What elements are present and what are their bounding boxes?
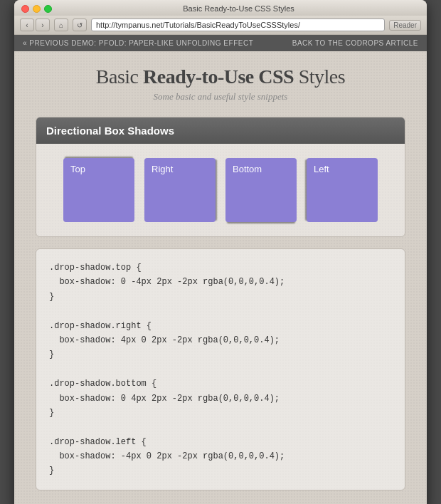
shadow-box-right: Right: [144, 158, 216, 222]
home-button[interactable]: ⌂: [54, 19, 68, 31]
browser-titlebar: Basic Ready-to-Use CSS Styles: [14, 0, 427, 16]
shadow-box-top: Top: [63, 158, 134, 222]
minimize-button[interactable]: [33, 5, 41, 13]
shadow-box-right-label: Right: [152, 164, 173, 174]
shadow-box-left: Left: [307, 158, 378, 222]
close-button[interactable]: [21, 5, 29, 13]
code-card: .drop-shadow.top { box-shadow: 0 -4px 2p…: [36, 248, 405, 490]
traffic-lights: [21, 5, 52, 13]
code-block: .drop-shadow.top { box-shadow: 0 -4px 2p…: [49, 261, 392, 478]
shadow-box-bottom-label: Bottom: [233, 164, 262, 174]
page-content: Basic Ready-to-Use CSS Styles Some basic…: [14, 51, 427, 504]
directional-shadows-section: Directional Box Shadows Top Right Bottom…: [36, 117, 405, 237]
shadow-box-left-label: Left: [314, 164, 329, 174]
page-subtitle: Some basic and useful style snippets: [36, 91, 405, 103]
title-normal: Basic: [96, 65, 143, 88]
nav-buttons: ‹ ›: [20, 19, 50, 31]
section-title: Directional Box Shadows: [46, 125, 395, 137]
page-title: Basic Ready-to-Use CSS Styles: [36, 65, 405, 88]
reader-button[interactable]: Reader: [389, 20, 421, 31]
maximize-button[interactable]: [44, 5, 52, 13]
title-end: Styles: [294, 65, 345, 88]
prev-demo-link[interactable]: « PREVIOUS DEMO: PFOLD: PAPER-LIKE UNFOL…: [23, 39, 253, 47]
refresh-button[interactable]: ↺: [73, 19, 87, 31]
back-to-article-link[interactable]: BACK TO THE CODROPS ARTICLE: [292, 39, 418, 47]
url-text: http://tympanus.net/Tutorials/BasicReady…: [96, 21, 300, 29]
browser-title: Basic Ready-to-Use CSS Styles: [58, 4, 420, 13]
address-bar[interactable]: http://tympanus.net/Tutorials/BasicReady…: [91, 19, 385, 31]
browser-toolbar: ‹ › ⌂ ↺ http://tympanus.net/Tutorials/Ba…: [14, 16, 427, 35]
shadow-box-bottom: Bottom: [225, 158, 297, 222]
back-button[interactable]: ‹: [20, 19, 34, 31]
browser-window: Basic Ready-to-Use CSS Styles ‹ › ⌂ ↺ ht…: [14, 0, 427, 504]
title-bold: Ready-to-Use CSS: [143, 65, 294, 88]
section-header: Directional Box Shadows: [36, 117, 405, 144]
section-body: Top Right Bottom Left: [36, 144, 405, 236]
shadow-box-top-label: Top: [70, 164, 85, 174]
shadow-boxes-container: Top Right Bottom Left: [48, 158, 393, 222]
forward-button[interactable]: ›: [36, 19, 50, 31]
site-navigation: « PREVIOUS DEMO: PFOLD: PAPER-LIKE UNFOL…: [14, 35, 427, 51]
